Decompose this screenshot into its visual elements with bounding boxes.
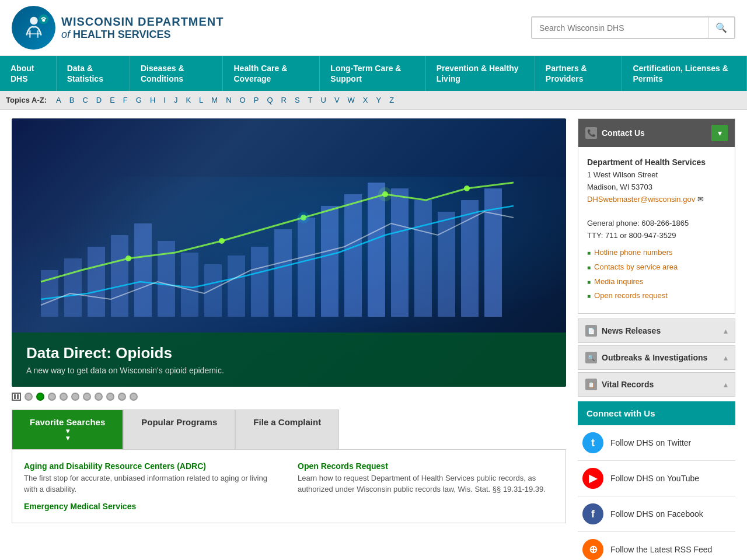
vital-title: Vital Records <box>602 380 654 389</box>
svg-point-0 <box>30 16 37 24</box>
fav-link-adrc[interactable]: Aging and Disability Resource Centers (A… <box>24 461 280 471</box>
nav-item-health-care[interactable]: Health Care & Coverage <box>223 56 320 91</box>
slide-dot-8[interactable] <box>118 393 126 401</box>
svg-point-27 <box>464 186 470 191</box>
svg-rect-5 <box>88 247 105 317</box>
topic-letter-A[interactable]: A <box>53 94 65 106</box>
contact-header[interactable]: 📞 Contact Us ▾ <box>578 119 735 147</box>
slide-dot-7[interactable] <box>106 393 114 401</box>
topic-letter-F[interactable]: F <box>120 94 131 106</box>
topic-letter-Z[interactable]: Z <box>386 94 397 106</box>
outbreaks-header[interactable]: 🔍 Outbreaks & Investigations ▴ <box>578 346 735 369</box>
contact-link-hotline-phone-numbers[interactable]: Hotline phone numbers <box>594 247 672 259</box>
social-item-twitter[interactable]: tFollow DHS on Twitter <box>578 425 735 461</box>
topic-letter-W[interactable]: W <box>344 94 358 106</box>
topic-letter-E[interactable]: E <box>106 94 118 106</box>
connect-section: Connect with Us <box>578 401 735 425</box>
svg-rect-7 <box>134 223 152 317</box>
vital-records-header[interactable]: 📋 Vital Records ▴ <box>578 373 735 396</box>
topic-letter-P[interactable]: P <box>250 94 263 106</box>
nav-item-prevention[interactable]: Prevention & Healthy Living <box>426 56 535 91</box>
topic-letter-G[interactable]: G <box>132 94 145 106</box>
left-content: Data Direct: Opioids A new way to get da… <box>12 118 566 560</box>
topic-letter-T[interactable]: T <box>305 94 316 106</box>
svg-rect-9 <box>181 253 198 317</box>
topic-letter-S[interactable]: S <box>291 94 303 106</box>
svg-point-23 <box>125 256 131 261</box>
svg-rect-6 <box>111 235 128 317</box>
topic-letter-I[interactable]: I <box>160 94 169 106</box>
tab-popular-programs[interactable]: Popular Programs <box>123 410 235 449</box>
nav-item-data-statistics[interactable]: Data & Statistics <box>57 56 130 91</box>
search-input[interactable] <box>532 19 708 37</box>
twitter-icon: t <box>582 432 603 453</box>
slide-dot-5[interactable] <box>83 393 91 401</box>
nav-item-long-term-care[interactable]: Long-Term Care & Support <box>320 56 425 91</box>
slide-dots <box>12 387 566 407</box>
news-releases-header[interactable]: 📄 News Releases ▴ <box>578 319 735 342</box>
vital-icon: 📋 <box>585 379 597 390</box>
svg-point-29 <box>298 212 309 223</box>
topic-letter-R[interactable]: R <box>278 94 290 106</box>
fav-link-ems[interactable]: Emergency Medical Services <box>24 502 280 511</box>
contact-link-contacts-by-service-area[interactable]: Contacts by service area <box>594 261 678 274</box>
slide-dot-2[interactable] <box>48 393 56 401</box>
logo-text: WISCONSIN DEPARTMENT of HEALTH SERVICES <box>61 15 224 41</box>
topic-letter-B[interactable]: B <box>66 94 78 106</box>
slide-dot-6[interactable] <box>95 393 103 401</box>
social-item-rss[interactable]: ⊕Follow the Latest RSS Feed <box>578 532 735 560</box>
tab-favorite-searches[interactable]: Favorite Searches▾ <box>12 410 123 449</box>
topic-letter-C[interactable]: C <box>79 94 91 106</box>
social-item-facebook[interactable]: fFollow DHS on Facebook <box>578 496 735 532</box>
nav-item-partners[interactable]: Partners & Providers <box>535 56 623 91</box>
topic-letter-V[interactable]: V <box>331 94 343 106</box>
nav-item-about-dhs[interactable]: About DHS <box>0 56 57 91</box>
social-item-youtube[interactable]: ▶Follow DHS on YouTube <box>578 461 735 496</box>
topic-letter-K[interactable]: K <box>182 94 194 106</box>
contact-chevron[interactable]: ▾ <box>711 125 728 141</box>
youtube-icon: ▶ <box>582 468 603 489</box>
tab-file-complaint[interactable]: File a Complaint <box>235 410 339 449</box>
page-header: WISCONSIN DEPARTMENT of HEALTH SERVICES … <box>0 0 747 56</box>
svg-rect-19 <box>414 200 432 317</box>
topic-letter-U[interactable]: U <box>317 94 330 106</box>
news-chevron: ▴ <box>724 326 728 335</box>
outbreaks-header-left: 🔍 Outbreaks & Investigations <box>585 352 707 363</box>
topic-letter-D[interactable]: D <box>93 94 105 106</box>
facebook-icon: f <box>582 503 603 524</box>
topic-letter-J[interactable]: J <box>170 94 181 106</box>
contact-section: 📞 Contact Us ▾ Department of Health Serv… <box>578 118 735 314</box>
fav-item-1: Aging and Disability Resource Centers (A… <box>24 461 280 494</box>
topic-letter-O[interactable]: O <box>236 94 249 106</box>
logo-title-main: WISCONSIN DEPARTMENT <box>61 15 224 29</box>
topic-letter-H[interactable]: H <box>146 94 159 106</box>
contact-link-media-inquires[interactable]: Media inquires <box>594 276 644 288</box>
outbreaks-chevron: ▴ <box>724 353 728 362</box>
slide-dot-0[interactable] <box>25 393 33 401</box>
slide-pause-button[interactable] <box>12 393 21 401</box>
facebook-label: Follow DHS on Facebook <box>610 509 703 519</box>
search-button[interactable]: 🔍 <box>708 18 734 38</box>
contact-header-left: 📞 Contact Us <box>585 127 645 139</box>
fav-desc-openrecords: Learn how to request Department of Healt… <box>298 473 554 494</box>
svg-rect-13 <box>274 229 292 317</box>
topic-letter-N[interactable]: N <box>222 94 235 106</box>
nav-item-diseases-conditions[interactable]: Diseases & Conditions <box>130 56 224 91</box>
nav-item-certification[interactable]: Certification, Licenses & Permits <box>622 56 747 91</box>
slide-dot-9[interactable] <box>130 393 138 401</box>
topic-letter-M[interactable]: M <box>208 94 221 106</box>
fav-item-3: Open Records Request Learn how to reques… <box>298 461 554 494</box>
topic-letter-Y[interactable]: Y <box>373 94 385 106</box>
fav-link-openrecords[interactable]: Open Records Request <box>298 461 554 471</box>
outbreaks-icon: 🔍 <box>585 352 597 363</box>
contact-link-open-records-request[interactable]: Open records request <box>594 290 668 302</box>
email-link[interactable]: DHSwebmaster@wisconsin.gov <box>587 195 695 204</box>
topic-letter-Q[interactable]: Q <box>263 94 276 106</box>
logo-title-of: of HEALTH SERVICES <box>61 29 224 41</box>
topic-letter-L[interactable]: L <box>196 94 207 106</box>
slide-dot-1[interactable] <box>36 393 44 401</box>
topic-letter-X[interactable]: X <box>359 94 372 106</box>
slide-dot-4[interactable] <box>71 393 79 401</box>
slide-dot-3[interactable] <box>60 393 68 401</box>
svg-rect-18 <box>391 188 409 317</box>
